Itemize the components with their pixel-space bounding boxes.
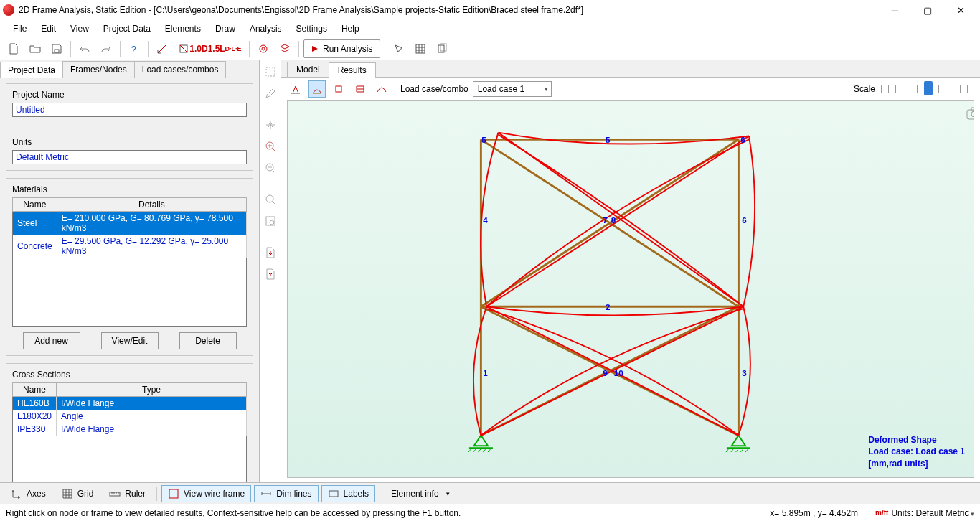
run-analysis-button[interactable]: Run Analysis bbox=[303, 39, 380, 58]
cog-icon[interactable] bbox=[254, 39, 273, 58]
table-row[interactable]: IPE330 I/Wide Flange bbox=[13, 423, 247, 436]
svg-text:9: 9 bbox=[603, 368, 608, 377]
menu-file[interactable]: File bbox=[6, 20, 34, 37]
svg-rect-57 bbox=[169, 489, 178, 498]
status-units-dropdown[interactable]: Units: Default Metric bbox=[891, 508, 974, 518]
menu-settings[interactable]: Settings bbox=[289, 20, 334, 37]
svg-point-3 bbox=[260, 45, 267, 52]
copy-icon[interactable] bbox=[433, 39, 451, 58]
save-icon[interactable] bbox=[47, 39, 66, 58]
play-icon bbox=[311, 45, 319, 52]
load-combo-10d-icon[interactable]: 1.0D1.5L bbox=[196, 39, 219, 58]
doc-out-icon[interactable] bbox=[262, 266, 279, 283]
title-bar: 2D Frame Analysis, Static Edition - [C:\… bbox=[0, 0, 980, 20]
project-name-label: Project Name bbox=[9, 90, 67, 100]
tab-results[interactable]: Results bbox=[329, 62, 376, 78]
layers-icon[interactable] bbox=[275, 39, 294, 58]
sections-table[interactable]: Name Type HE160B I/Wide Flange L180X20 A… bbox=[12, 382, 247, 436]
deformed-shape-icon[interactable] bbox=[308, 80, 326, 98]
axial-icon[interactable] bbox=[330, 80, 347, 98]
tab-model[interactable]: Model bbox=[287, 62, 329, 77]
scale-slider[interactable] bbox=[881, 85, 974, 93]
run-label: Run Analysis bbox=[323, 44, 372, 54]
menu-analysis[interactable]: Analysis bbox=[242, 20, 289, 37]
table-row[interactable]: HE160B I/Wide Flange bbox=[13, 397, 247, 410]
viewport[interactable]: 1 2 3 4 5 6 7 8 9 10 5 6 Deformed Shape … bbox=[287, 100, 974, 478]
materials-del-button[interactable]: Delete bbox=[179, 332, 237, 349]
grid-icon bbox=[62, 488, 73, 499]
scale-label: Scale bbox=[854, 84, 875, 94]
menu-bar: File Edit View Project Data Elements Dra… bbox=[0, 20, 980, 37]
app-icon bbox=[3, 4, 14, 16]
results-toolbar: Load case/combo Load case 1 Scale bbox=[281, 78, 980, 100]
labels-toggle[interactable]: Labels bbox=[321, 485, 375, 502]
materials-header-name: Name bbox=[13, 198, 57, 212]
load-combo-dle-icon[interactable]: D·L·E bbox=[222, 39, 245, 58]
bottom-toolbar: Axes Grid Ruler View wire frame Dim line… bbox=[0, 482, 980, 504]
cursor-icon[interactable] bbox=[390, 39, 408, 58]
table-row[interactable]: Concrete E= 29.500 GPa, G= 12.292 GPa, γ… bbox=[13, 235, 247, 258]
minimize-button[interactable]: ─ bbox=[878, 0, 911, 20]
shear-icon[interactable] bbox=[352, 80, 369, 98]
materials-view-button[interactable]: View/Edit bbox=[101, 332, 159, 349]
new-icon[interactable] bbox=[4, 39, 23, 58]
svg-text:4: 4 bbox=[483, 215, 488, 225]
menu-project[interactable]: Project Data bbox=[96, 20, 158, 37]
undo-icon[interactable] bbox=[75, 39, 94, 58]
load-case-combo[interactable]: Load case 1 bbox=[473, 81, 552, 97]
project-name-input[interactable] bbox=[12, 103, 247, 117]
materials-add-button[interactable]: Add new bbox=[23, 332, 80, 349]
svg-rect-5 bbox=[416, 44, 425, 53]
svg-text:8: 8 bbox=[611, 215, 616, 225]
dim-icon bbox=[260, 488, 272, 499]
sections-header-type: Type bbox=[57, 383, 247, 397]
dimlines-toggle[interactable]: Dim lines bbox=[254, 485, 318, 502]
element-info-dropdown[interactable]: Element info▾ bbox=[385, 485, 456, 502]
svg-text:5: 5 bbox=[481, 135, 486, 144]
materials-header-details: Details bbox=[57, 198, 246, 212]
load-case-label: Load case/combo bbox=[400, 84, 468, 94]
svg-rect-8 bbox=[266, 67, 275, 76]
help-icon[interactable]: ? bbox=[125, 39, 143, 58]
svg-text:2: 2 bbox=[606, 302, 610, 311]
zoom-window-icon[interactable] bbox=[262, 191, 279, 208]
open-icon[interactable] bbox=[26, 39, 44, 58]
zoom-fit-icon[interactable] bbox=[262, 212, 279, 230]
axis-edit-icon[interactable] bbox=[153, 39, 171, 58]
status-coords: x= 5.895m , y= 4.452m bbox=[770, 508, 858, 518]
ruler-toggle[interactable]: Ruler bbox=[103, 485, 152, 502]
menu-view[interactable]: View bbox=[63, 20, 96, 37]
tab-load-cases[interactable]: Load cases/combos bbox=[134, 61, 227, 78]
select-rect-icon[interactable] bbox=[262, 63, 279, 80]
grid-toggle[interactable]: Grid bbox=[55, 485, 100, 502]
table-icon[interactable] bbox=[411, 39, 430, 58]
menu-draw[interactable]: Draw bbox=[208, 20, 242, 37]
menu-edit[interactable]: Edit bbox=[34, 20, 63, 37]
units-input[interactable] bbox=[12, 150, 247, 164]
moment-icon[interactable] bbox=[373, 80, 390, 98]
redo-icon[interactable] bbox=[97, 39, 116, 58]
units-indicator-icon: m/ft bbox=[875, 509, 888, 517]
reactions-icon[interactable] bbox=[287, 80, 304, 98]
materials-table[interactable]: Name Details Steel E= 210.000 GPa, G= 80… bbox=[12, 197, 247, 258]
axes-toggle[interactable]: Axes bbox=[4, 485, 52, 502]
pan-icon[interactable] bbox=[262, 116, 279, 133]
tab-project-data[interactable]: Project Data bbox=[0, 62, 63, 78]
doc-in-icon[interactable] bbox=[262, 244, 279, 261]
pencil-icon[interactable] bbox=[262, 85, 279, 102]
wireframe-toggle[interactable]: View wire frame bbox=[161, 485, 251, 502]
table-row[interactable]: L180X20 Angle bbox=[13, 410, 247, 423]
svg-rect-14 bbox=[336, 86, 341, 92]
menu-help[interactable]: Help bbox=[334, 20, 367, 37]
tab-frames-nodes[interactable]: Frames/Nodes bbox=[62, 61, 135, 78]
close-button[interactable]: ✕ bbox=[944, 0, 977, 20]
axes-icon bbox=[11, 488, 22, 499]
svg-text:3: 3 bbox=[742, 368, 747, 377]
maximize-button[interactable]: ▢ bbox=[911, 0, 944, 20]
labels-icon bbox=[328, 488, 339, 499]
menu-elements[interactable]: Elements bbox=[158, 20, 208, 37]
table-row[interactable]: Steel E= 210.000 GPa, G= 80.769 GPa, γ= … bbox=[13, 212, 247, 235]
svg-point-11 bbox=[266, 195, 273, 202]
zoom-in-icon[interactable] bbox=[262, 138, 279, 155]
zoom-out-icon[interactable] bbox=[262, 159, 279, 177]
